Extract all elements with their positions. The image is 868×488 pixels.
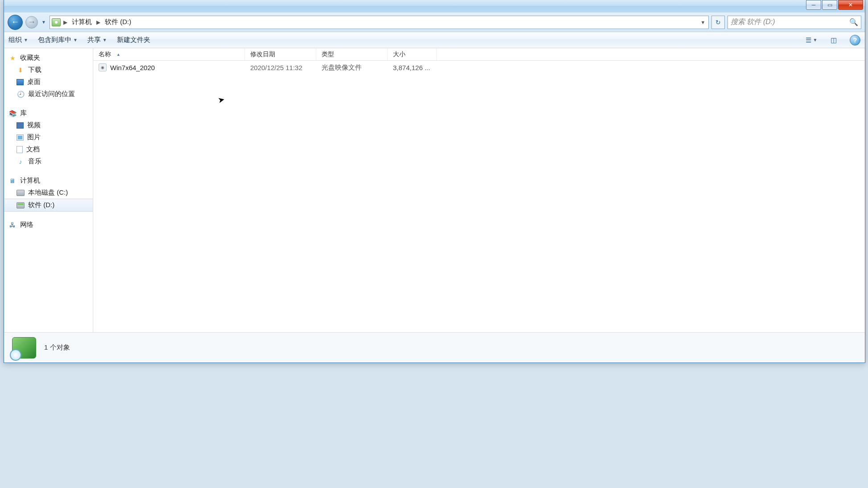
document-icon (17, 146, 23, 153)
breadcrumb-current[interactable]: 软件 (D:) (103, 17, 133, 27)
sidebar-pictures-label: 图片 (27, 133, 41, 142)
sidebar-item-videos[interactable]: 视频 (4, 119, 93, 131)
drive-icon (52, 18, 61, 26)
music-icon: ♪ (17, 158, 25, 165)
network-icon: 🖧 (8, 221, 17, 229)
sidebar-item-music[interactable]: ♪ 音乐 (4, 155, 93, 167)
sidebar-computer-label: 计算机 (20, 176, 40, 185)
status-text: 1 个对象 (44, 343, 70, 352)
sidebar-network-label: 网络 (20, 221, 33, 229)
file-list: 名称 ▲ 修改日期 类型 大小 ◉ Win7x64_2020 2020/ (93, 48, 865, 332)
sidebar-recent-label: 最近访问的位置 (28, 90, 75, 98)
include-menu[interactable]: 包含到库中 ▼ (38, 36, 78, 44)
chevron-down-icon: ▼ (103, 38, 107, 42)
address-bar: ← → ▼ ▶ 计算机 ▶ 软件 (D:) ▼ ↻ 搜索 软件 (D:) 🔍 (4, 13, 865, 32)
library-icon: 📚 (8, 110, 17, 117)
explorer-body: ★ 收藏夹 ⬇ 下载 桌面 🕘 最近访问的位置 📚 (4, 48, 865, 332)
toolbar: 组织 ▼ 包含到库中 ▼ 共享 ▼ 新建文件夹 ☰ ▼ ◫ ? (4, 32, 865, 48)
preview-pane-button[interactable]: ◫ (827, 35, 840, 46)
search-placeholder: 搜索 软件 (D:) (731, 17, 775, 27)
column-date[interactable]: 修改日期 (245, 48, 316, 60)
share-menu[interactable]: 共享 ▼ (87, 36, 107, 44)
cursor-icon: ➤ (217, 95, 226, 106)
sidebar-localc-label: 本地磁盘 (C:) (28, 188, 68, 197)
file-size: 3,874,126 ... (388, 64, 437, 71)
sidebar-desktop-label: 桌面 (27, 78, 41, 86)
sidebar-item-desktop[interactable]: 桌面 (4, 76, 93, 88)
list-icon: ☰ (806, 36, 811, 44)
help-icon: ? (853, 37, 857, 44)
column-name-label: 名称 (99, 50, 111, 58)
iso-file-icon: ◉ (99, 63, 107, 71)
recent-icon: 🕘 (17, 91, 25, 98)
arrow-right-icon: → (28, 17, 36, 27)
chevron-down-icon: ▼ (813, 38, 818, 42)
column-type-label: 类型 (322, 50, 334, 58)
drive-icon (17, 202, 25, 209)
address-box[interactable]: ▶ 计算机 ▶ 软件 (D:) ▼ (50, 16, 709, 29)
file-date: 2020/12/25 11:32 (245, 64, 316, 71)
pane-icon: ◫ (831, 36, 837, 44)
sidebar-item-local-c[interactable]: 本地磁盘 (C:) (4, 187, 93, 199)
sidebar-favorites-label: 收藏夹 (20, 54, 40, 62)
forward-button[interactable]: → (25, 16, 38, 29)
arrow-left-icon: ← (11, 17, 19, 27)
sidebar-downloads-label: 下载 (28, 66, 41, 74)
download-icon: ⬇ (17, 67, 25, 74)
back-button[interactable]: ← (8, 15, 23, 30)
file-name: Win7x64_2020 (110, 64, 155, 71)
column-date-label: 修改日期 (250, 50, 275, 58)
navigation-pane: ★ 收藏夹 ⬇ 下载 桌面 🕘 最近访问的位置 📚 (4, 48, 93, 332)
column-size[interactable]: 大小 (388, 48, 437, 60)
chevron-right-icon: ▶ (63, 19, 67, 25)
refresh-button[interactable]: ↻ (711, 16, 725, 29)
sidebar-network[interactable]: 🖧 网络 (4, 219, 93, 231)
star-icon: ★ (8, 54, 17, 62)
history-dropdown[interactable]: ▼ (41, 20, 47, 25)
sidebar-music-label: 音乐 (28, 157, 41, 166)
breadcrumb-computer[interactable]: 计算机 (70, 17, 94, 27)
sidebar-favorites[interactable]: ★ 收藏夹 (4, 52, 93, 64)
close-button[interactable]: ✕ (838, 0, 863, 10)
sidebar-softd-label: 软件 (D:) (28, 201, 54, 209)
minimize-button[interactable]: ─ (806, 0, 821, 10)
refresh-icon: ↻ (715, 19, 721, 26)
search-input[interactable]: 搜索 软件 (D:) 🔍 (727, 16, 861, 29)
sidebar-item-downloads[interactable]: ⬇ 下载 (4, 64, 93, 76)
sidebar-item-pictures[interactable]: 图片 (4, 131, 93, 143)
new-folder-button[interactable]: 新建文件夹 (117, 36, 150, 44)
address-dropdown[interactable]: ▼ (699, 20, 707, 25)
column-name[interactable]: 名称 ▲ (93, 48, 245, 60)
drive-icon (17, 190, 25, 196)
sidebar-libraries-label: 库 (20, 109, 27, 117)
drive-large-icon (12, 337, 36, 359)
organize-menu[interactable]: 组织 ▼ (8, 36, 28, 44)
sidebar-item-recent[interactable]: 🕘 最近访问的位置 (4, 88, 93, 100)
new-folder-label: 新建文件夹 (117, 36, 150, 44)
search-icon: 🔍 (849, 18, 858, 26)
status-bar: 1 个对象 (4, 332, 865, 363)
sidebar-videos-label: 视频 (27, 121, 41, 129)
file-row[interactable]: ◉ Win7x64_2020 2020/12/25 11:32 光盘映像文件 3… (93, 61, 865, 74)
computer-icon: 🖥 (8, 177, 17, 184)
column-type[interactable]: 类型 (316, 48, 388, 60)
view-mode-button[interactable]: ☰ ▼ (805, 35, 818, 46)
window-controls: ─ ▭ ✕ (806, 0, 863, 13)
share-label: 共享 (87, 36, 101, 44)
chevron-right-icon: ▶ (96, 19, 100, 25)
explorer-window: ─ ▭ ✕ ← → ▼ ▶ 计算机 ▶ 软件 (D:) ▼ ↻ 搜索 软件 (D… (4, 0, 865, 363)
picture-icon (17, 134, 24, 141)
sidebar-documents-label: 文档 (26, 145, 40, 154)
titlebar: ─ ▭ ✕ (4, 0, 865, 13)
column-size-label: 大小 (393, 50, 405, 58)
desktop-icon (17, 79, 24, 85)
sidebar-item-documents[interactable]: 文档 (4, 143, 93, 155)
sidebar-libraries[interactable]: 📚 库 (4, 107, 93, 119)
organize-label: 组织 (8, 36, 22, 44)
file-type: 光盘映像文件 (316, 63, 388, 72)
help-button[interactable]: ? (850, 35, 860, 46)
chevron-down-icon: ▼ (24, 38, 28, 42)
maximize-button[interactable]: ▭ (822, 0, 837, 10)
sidebar-item-soft-d[interactable]: 软件 (D:) (4, 199, 93, 212)
sidebar-computer[interactable]: 🖥 计算机 (4, 175, 93, 187)
